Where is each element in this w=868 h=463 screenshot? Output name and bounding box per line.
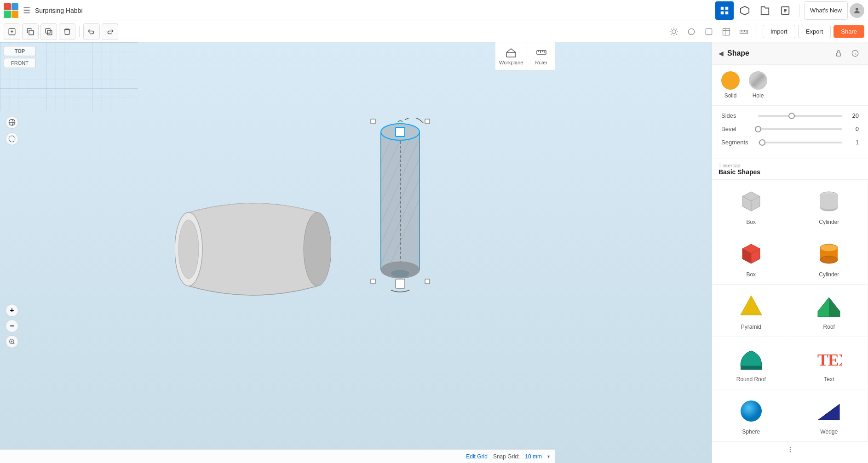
svg-rect-36 xyxy=(425,279,430,284)
zoom-in-button[interactable]: + xyxy=(6,304,18,317)
snap-grid-value[interactable]: 10 mm xyxy=(525,453,542,460)
hole-option[interactable]: Hole xyxy=(749,71,767,99)
svg-rect-35 xyxy=(396,279,405,288)
svg-point-49 xyxy=(741,400,762,422)
top-view-button[interactable]: TOP xyxy=(4,46,36,56)
user-button[interactable] xyxy=(850,3,864,18)
shape-item-cylinder-orange[interactable]: Cylinder xyxy=(790,232,868,285)
shape-header: ◀ Shape xyxy=(712,42,868,65)
tinkercad-logo xyxy=(4,3,18,18)
svg-rect-3 xyxy=(725,11,728,14)
rotate-globe-button[interactable] xyxy=(6,116,18,129)
shape-item-pyramid[interactable]: Pyramid xyxy=(712,285,790,337)
shape-item-round-roof[interactable]: Round Roof xyxy=(712,337,790,389)
sphere-thumb xyxy=(736,396,766,426)
snap-button[interactable] xyxy=(719,24,734,39)
segments-row: Segments 1 xyxy=(721,139,859,146)
svg-rect-32 xyxy=(371,119,375,124)
bevel-slider[interactable] xyxy=(758,128,842,130)
svg-rect-9 xyxy=(47,30,52,35)
transform-button[interactable] xyxy=(736,1,754,20)
rotate-orbit-button[interactable] xyxy=(6,132,18,145)
toolbar2: Import Export Share xyxy=(0,21,868,42)
shape-lock-button[interactable] xyxy=(832,47,845,60)
redo-button[interactable] xyxy=(102,23,118,40)
shape-name-sphere: Sphere xyxy=(742,429,760,435)
code-button[interactable] xyxy=(776,1,794,20)
whats-new-button[interactable]: What's New xyxy=(804,1,848,20)
shape-item-wedge[interactable]: Wedge xyxy=(790,389,868,442)
copy-button[interactable] xyxy=(22,23,39,40)
shape-name-cylinder-orange: Cylinder xyxy=(819,271,839,278)
ruler-tab[interactable]: Ruler xyxy=(527,42,555,70)
front-view-button[interactable]: FRONT xyxy=(4,58,36,68)
separator xyxy=(799,4,799,17)
more-shapes-area xyxy=(712,442,868,457)
shape-name-cylinder-grey: Cylinder xyxy=(819,219,839,225)
text-thumb: TEXT xyxy=(814,344,844,373)
panel-collapse-arrow[interactable]: ◀ xyxy=(719,50,724,57)
zoom-controls: + − xyxy=(6,304,18,348)
files-button[interactable] xyxy=(756,1,774,20)
import-button[interactable]: Import xyxy=(763,25,795,38)
ruler-button[interactable] xyxy=(736,24,751,39)
segments-label: Segments xyxy=(721,139,758,146)
svg-point-11 xyxy=(688,29,694,34)
ruler-label: Ruler xyxy=(535,60,547,65)
segments-value: 1 xyxy=(846,139,859,146)
segments-slider[interactable] xyxy=(758,142,842,143)
properties-area: Sides 20 Bevel 0 xyxy=(712,106,868,159)
edit-grid-link[interactable]: Edit Grid xyxy=(466,453,488,460)
view3d-button[interactable] xyxy=(701,24,716,39)
share-button[interactable]: Share xyxy=(834,25,864,38)
shape-help-button[interactable] xyxy=(849,47,862,60)
solid-option[interactable]: Solid xyxy=(721,71,740,99)
canvas-area[interactable]: TOP FRONT + − xyxy=(0,42,712,463)
shape-name-text: Text xyxy=(824,376,834,383)
shape-item-box-red[interactable]: Box xyxy=(712,232,790,285)
new-shape-button[interactable] xyxy=(4,23,20,40)
workplane-tab[interactable]: Workplane xyxy=(495,42,527,70)
grid-view-button[interactable] xyxy=(715,1,734,20)
shapes-source: Tinkercad xyxy=(719,163,862,168)
shape-item-cylinder-grey[interactable]: Cylinder xyxy=(790,180,868,232)
shapes-library-header: Tinkercad Basic Shapes xyxy=(712,159,868,180)
delete-button[interactable] xyxy=(59,23,75,40)
zoom-out-button[interactable]: − xyxy=(6,320,18,332)
solid-label: Solid xyxy=(724,92,737,99)
svg-rect-40 xyxy=(836,53,840,56)
svg-point-37 xyxy=(391,270,409,277)
box-grey-thumb xyxy=(736,187,766,216)
shape-item-roof[interactable]: Roof xyxy=(790,285,868,337)
shapes-category: Basic Shapes xyxy=(719,168,862,176)
zoom-fit-button[interactable] xyxy=(6,335,18,348)
svg-point-20 xyxy=(178,220,199,279)
menu-icon: ☰ xyxy=(23,6,30,16)
svg-rect-39 xyxy=(537,51,546,54)
sides-slider[interactable] xyxy=(758,115,842,117)
hide-button[interactable] xyxy=(684,24,699,39)
svg-point-50 xyxy=(790,449,790,450)
cylinder-orange-thumb xyxy=(814,239,844,269)
export-button[interactable]: Export xyxy=(798,25,831,38)
shape-item-box-grey[interactable]: Box xyxy=(712,180,790,232)
shape-item-sphere[interactable]: Sphere xyxy=(712,389,790,442)
segments-slider-area: 1 xyxy=(758,139,859,146)
shape-name-roof: Roof xyxy=(823,324,835,330)
duplicate-button[interactable] xyxy=(40,23,57,40)
main-area: TOP FRONT + − xyxy=(0,42,868,463)
lighting-button[interactable] xyxy=(667,24,681,39)
selected-cylinder-object[interactable] xyxy=(368,118,432,295)
svg-rect-12 xyxy=(706,29,712,34)
svg-point-10 xyxy=(672,29,676,33)
svg-point-5 xyxy=(856,8,858,11)
svg-text:TEXT: TEXT xyxy=(817,351,842,369)
horizontal-cylinder-object[interactable] xyxy=(175,176,331,329)
nav-icons-right: What's New xyxy=(715,1,864,20)
roof-thumb xyxy=(814,292,844,321)
undo-button[interactable] xyxy=(83,23,100,40)
shape-item-text[interactable]: TEXT Text xyxy=(790,337,868,389)
shape-panel-title: Shape xyxy=(727,49,828,57)
snap-dropdown-icon[interactable]: ▾ xyxy=(547,454,550,459)
sides-value: 20 xyxy=(846,112,859,119)
